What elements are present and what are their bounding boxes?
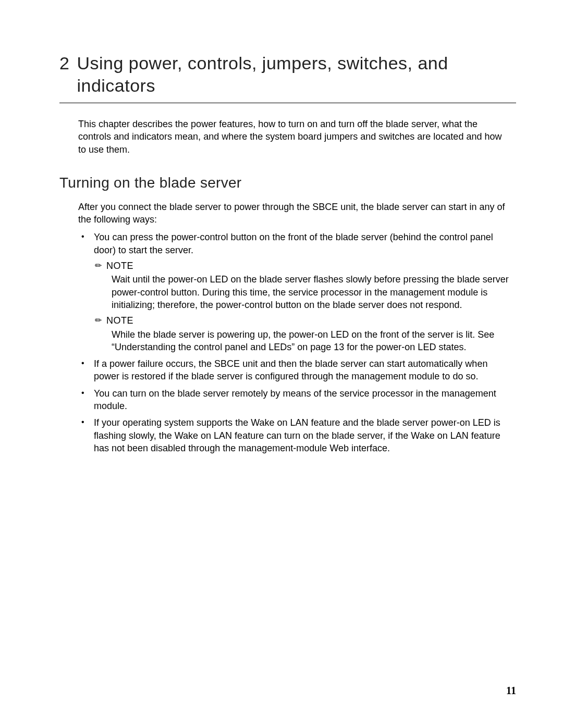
chapter-title-text: Using power, controls, jumpers, switches… bbox=[77, 52, 516, 96]
bullet-list: You can press the power-control button o… bbox=[78, 231, 511, 454]
list-item: You can press the power-control button o… bbox=[78, 231, 511, 353]
section-intro-paragraph: After you connect the blade server to po… bbox=[78, 201, 511, 226]
list-item: If a power failure occurs, the SBCE unit… bbox=[78, 357, 511, 383]
pencil-icon: ✏ bbox=[94, 316, 103, 325]
pencil-icon: ✏ bbox=[94, 262, 103, 270]
chapter-intro-paragraph: This chapter describes the power feature… bbox=[78, 118, 511, 156]
note-block: ✏ NOTE While the blade server is powerin… bbox=[94, 314, 511, 353]
note-body: Wait until the power-on LED on the blade… bbox=[112, 273, 511, 311]
list-item-text: If a power failure occurs, the SBCE unit… bbox=[94, 359, 487, 381]
section-title: Turning on the blade server bbox=[59, 175, 516, 191]
note-header: ✏ NOTE bbox=[94, 314, 511, 327]
note-header: ✏ NOTE bbox=[94, 260, 511, 272]
page-number: 11 bbox=[506, 685, 516, 697]
list-item-text: You can turn on the blade server remotel… bbox=[94, 388, 496, 411]
list-item-text: If your operating system supports the Wa… bbox=[94, 417, 500, 453]
chapter-number: 2 bbox=[59, 52, 69, 75]
list-item-text: You can press the power-control button o… bbox=[94, 232, 493, 255]
note-label: NOTE bbox=[106, 314, 133, 327]
list-item: If your operating system supports the Wa… bbox=[78, 416, 511, 454]
title-underline bbox=[59, 103, 516, 103]
list-item: You can turn on the blade server remotel… bbox=[78, 387, 511, 413]
document-page: 2 Using power, controls, jumpers, switch… bbox=[0, 0, 563, 728]
chapter-title: 2 Using power, controls, jumpers, switch… bbox=[59, 52, 516, 96]
note-label: NOTE bbox=[106, 260, 133, 272]
note-block: ✏ NOTE Wait until the power-on LED on th… bbox=[94, 260, 511, 311]
note-body: While the blade server is powering up, t… bbox=[112, 328, 511, 354]
